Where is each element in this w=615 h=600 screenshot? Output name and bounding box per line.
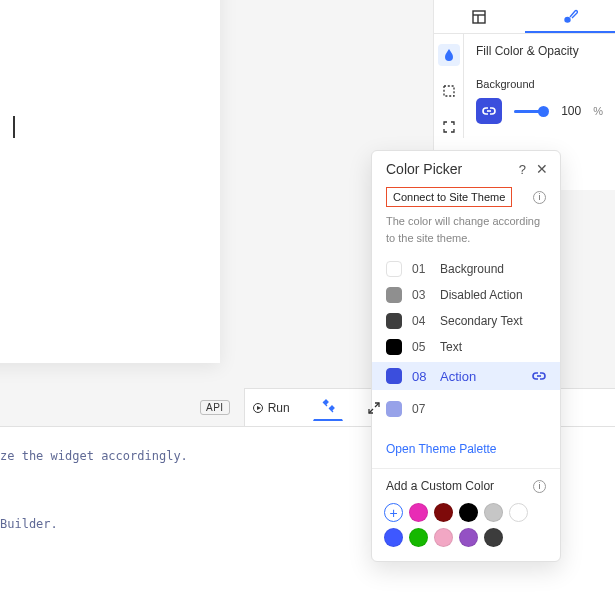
swatch-icon	[386, 261, 402, 277]
connect-desc: The color will change according to the s…	[386, 213, 546, 246]
mode-fill[interactable]	[438, 44, 460, 66]
play-icon	[253, 403, 263, 413]
canvas-stage[interactable]	[0, 0, 220, 363]
color-swatch[interactable]	[384, 528, 403, 547]
theme-num: 08	[412, 369, 430, 384]
help-icon[interactable]: ?	[519, 162, 526, 177]
opacity-slider[interactable]	[514, 110, 543, 113]
drop-icon	[442, 48, 456, 62]
rail-tabs	[434, 0, 615, 34]
custom-color-header: Add a Custom Color	[386, 479, 494, 493]
layout-icon	[471, 9, 487, 25]
color-picker-title: Color Picker	[386, 161, 462, 177]
theme-label: Text	[440, 340, 546, 354]
theme-num: 05	[412, 340, 430, 354]
mode-corners[interactable]	[438, 116, 460, 138]
code-toolbar: API Run	[200, 394, 389, 421]
svg-rect-3	[444, 86, 454, 96]
theme-num: 01	[412, 262, 430, 276]
link-icon	[532, 371, 546, 381]
run-label: Run	[268, 401, 290, 415]
open-theme-palette-link[interactable]: Open Theme Palette	[386, 442, 497, 456]
color-swatch[interactable]	[509, 503, 528, 522]
background-swatch[interactable]	[476, 98, 502, 124]
color-swatch[interactable]	[459, 503, 478, 522]
opacity-unit: %	[593, 105, 603, 117]
swatch-icon	[386, 313, 402, 329]
brush-icon	[562, 8, 578, 24]
connect-to-site-theme[interactable]: Connect to Site Theme	[386, 187, 512, 207]
color-swatch[interactable]	[409, 503, 428, 522]
theme-label: Background	[440, 262, 546, 276]
tab-layout[interactable]	[434, 0, 525, 33]
color-swatch[interactable]	[484, 528, 503, 547]
expand-icon	[366, 400, 382, 416]
custom-swatch-grid: +	[372, 499, 560, 561]
close-icon[interactable]: ✕	[536, 162, 548, 176]
theme-label: Secondary Text	[440, 314, 546, 328]
color-picker-popover: Color Picker ? ✕ Connect to Site Theme i…	[371, 150, 561, 562]
theme-row[interactable]: 01Background	[386, 256, 546, 282]
run-button[interactable]: Run	[246, 396, 297, 420]
theme-row[interactable]: 05Text	[386, 334, 546, 360]
color-swatch[interactable]	[409, 528, 428, 547]
opacity-value: 100	[555, 104, 581, 118]
swatch-icon	[386, 368, 402, 384]
color-swatch[interactable]	[484, 503, 503, 522]
color-swatch[interactable]	[459, 528, 478, 547]
api-chip[interactable]: API	[200, 400, 230, 415]
theme-label: Disabled Action	[440, 288, 546, 302]
design-mode-column	[434, 34, 464, 138]
theme-label: Action	[440, 369, 522, 384]
theme-row[interactable]: 04Secondary Text	[386, 308, 546, 334]
props-toggle[interactable]	[313, 394, 343, 421]
color-swatch[interactable]	[434, 503, 453, 522]
theme-num: 03	[412, 288, 430, 302]
dashed-square-icon	[442, 84, 456, 98]
theme-row[interactable]: 03Disabled Action	[386, 282, 546, 308]
swatch-icon	[386, 287, 402, 303]
color-swatch[interactable]	[434, 528, 453, 547]
text-cursor	[13, 116, 15, 138]
theme-row-selected[interactable]: 08 Action	[372, 362, 560, 390]
add-color-button[interactable]: +	[384, 503, 403, 522]
link-icon	[482, 106, 496, 116]
info-icon[interactable]: i	[533, 191, 546, 204]
design-section-title: Fill Color & Opacity	[476, 44, 603, 58]
svg-rect-0	[473, 11, 485, 23]
theme-num: 07	[412, 402, 430, 416]
tab-design[interactable]	[525, 0, 616, 33]
expand-button[interactable]	[359, 395, 389, 421]
info-icon[interactable]: i	[533, 480, 546, 493]
swatch-icon	[386, 339, 402, 355]
mode-border[interactable]	[438, 80, 460, 102]
properties-icon	[320, 399, 336, 415]
background-label: Background	[476, 78, 603, 90]
theme-row[interactable]: 07	[386, 396, 546, 422]
theme-num: 04	[412, 314, 430, 328]
corners-icon	[442, 120, 456, 134]
